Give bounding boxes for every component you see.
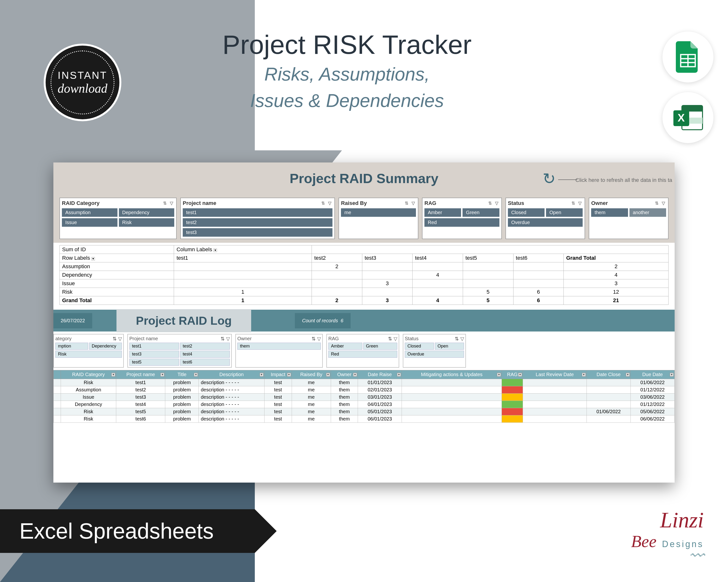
- column-header[interactable]: Description▼: [199, 370, 264, 379]
- slicer-item[interactable]: Closed: [508, 208, 545, 217]
- table-row[interactable]: Assumptiontest2problemdescription - - - …: [54, 386, 675, 394]
- slicer-raised[interactable]: Raised By⇅ ▽me: [339, 198, 418, 239]
- footer-label: Excel Spreadsheets: [19, 519, 213, 544]
- log-header: 26/07/2022 Project RAID Log Count of rec…: [53, 310, 675, 332]
- column-header[interactable]: Owner▼: [331, 370, 358, 379]
- filter-dropdown-icon[interactable]: ▼: [260, 373, 263, 377]
- column-header[interactable]: Title▼: [165, 370, 199, 379]
- log-date: 26/07/2022: [53, 313, 92, 328]
- slicer-item[interactable]: test4: [180, 351, 230, 358]
- slicer-item[interactable]: Dependency: [119, 208, 175, 217]
- filter-dropdown-icon[interactable]: ▼: [626, 373, 630, 377]
- filter-dropdown-icon[interactable]: ▼: [353, 373, 357, 377]
- summary-slicers: RAID Category⇅ ▽AssumptionDependencyIssu…: [53, 194, 675, 243]
- slicer-item[interactable]: mption: [55, 343, 88, 350]
- slicer-item[interactable]: another: [629, 208, 666, 217]
- slicer-item[interactable]: test3: [129, 351, 179, 358]
- slicer-item[interactable]: Open: [546, 208, 583, 217]
- rag-cell: [502, 415, 523, 423]
- column-header[interactable]: Date Close▼: [587, 370, 630, 379]
- slicer-item[interactable]: Assumption: [62, 208, 118, 217]
- slicer-item[interactable]: test5: [129, 359, 179, 366]
- slicer-item[interactable]: Overdue: [508, 218, 583, 227]
- column-header[interactable]: RAG▼: [502, 370, 523, 379]
- refresh-icon[interactable]: ↻: [543, 170, 556, 188]
- log-title: Project RAID Log: [116, 309, 251, 332]
- column-header[interactable]: Impact▼: [264, 370, 292, 379]
- filter-dropdown-icon[interactable]: ▼: [497, 373, 501, 377]
- log-slicer-rag[interactable]: RAG⇅ ▽AmberGreenRed: [327, 334, 399, 368]
- slicer-controls-icon[interactable]: ⇅ ▽: [312, 336, 321, 342]
- filter-dropdown-icon[interactable]: ▼: [111, 373, 115, 377]
- log-slicer-proj[interactable]: Project name⇅ ▽test1test2test3test4test5…: [127, 334, 232, 368]
- slicer-item[interactable]: test3: [183, 228, 333, 237]
- slicer-item[interactable]: Amber: [424, 208, 461, 217]
- filter-dropdown-icon[interactable]: ▼: [287, 373, 291, 377]
- column-header[interactable]: Last Review Date▼: [523, 370, 587, 379]
- slicer-controls-icon[interactable]: ⇅ ▽: [405, 200, 416, 206]
- slicer-item[interactable]: Amber: [328, 343, 362, 350]
- table-row[interactable]: Dependencytest4problemdescription - - - …: [54, 401, 675, 408]
- slicer-controls-icon[interactable]: ⇅ ▽: [655, 200, 666, 206]
- slicer-item[interactable]: test2: [183, 218, 333, 227]
- column-header[interactable]: RAID Category▼: [61, 370, 116, 379]
- slicer-item[interactable]: Overdue: [405, 351, 464, 358]
- slicer-controls-icon[interactable]: ⇅ ▽: [321, 200, 333, 206]
- subtitle-2: Issues & Dependencies: [165, 89, 529, 113]
- filter-dropdown-icon[interactable]: ▼: [582, 373, 586, 377]
- slicer-item[interactable]: Dependency: [89, 343, 122, 350]
- log-slicer-owner[interactable]: Owner⇅ ▽them: [235, 334, 323, 368]
- column-header[interactable]: Project name▼: [116, 370, 165, 379]
- slicer-item[interactable]: them: [591, 208, 628, 217]
- slicer-item[interactable]: Issue: [62, 218, 118, 227]
- slicer-proj[interactable]: Project name⇅ ▽test1test2test3: [180, 198, 335, 239]
- pivot-table: Sum of IDColumn Labels▼Row Labels▼test1t…: [53, 243, 675, 310]
- slicer-controls-icon[interactable]: ⇅ ▽: [455, 336, 464, 342]
- filter-dropdown-icon[interactable]: ▼: [670, 373, 674, 377]
- log-count: Count of records 6: [295, 313, 350, 328]
- column-header[interactable]: Date Raise▼: [358, 370, 401, 379]
- slicer-item[interactable]: Green: [463, 208, 499, 217]
- filter-dropdown-icon[interactable]: ▼: [397, 373, 401, 377]
- slicer-item[interactable]: Green: [363, 343, 397, 350]
- slicer-cat[interactable]: RAID Category⇅ ▽AssumptionDependencyIssu…: [59, 198, 177, 239]
- slicer-owner[interactable]: Owner⇅ ▽themanother: [589, 198, 669, 239]
- slicer-status[interactable]: Status⇅ ▽ClosedOpenOverdue: [505, 198, 585, 239]
- column-header[interactable]: Mitigating actions & Updates▼: [402, 370, 502, 379]
- slicer-item[interactable]: Closed: [405, 343, 434, 350]
- table-row[interactable]: Issuetest3problemdescription - - - - -te…: [54, 394, 675, 401]
- log-slicer-cat[interactable]: ategory⇅ ▽mptionDependencyRisk: [53, 334, 124, 368]
- filter-dropdown-icon[interactable]: ▼: [326, 373, 330, 377]
- log-slicers: ategory⇅ ▽mptionDependencyRiskProject na…: [53, 332, 675, 370]
- slicer-item[interactable]: test6: [180, 359, 230, 366]
- slicer-controls-icon[interactable]: ⇅ ▽: [163, 200, 174, 206]
- filter-dropdown-icon[interactable]: ▼: [194, 373, 198, 377]
- table-row[interactable]: Risktest6problemdescription - - - - -tes…: [54, 415, 675, 423]
- slicer-item[interactable]: test1: [129, 343, 179, 350]
- slicer-item[interactable]: them: [237, 343, 321, 350]
- slicer-controls-icon[interactable]: ⇅ ▽: [220, 336, 230, 342]
- slicer-item[interactable]: test1: [183, 208, 333, 217]
- slicer-rag[interactable]: RAG⇅ ▽AmberGreenRed: [422, 198, 502, 239]
- slicer-item[interactable]: test2: [180, 343, 230, 350]
- table-row[interactable]: Risktest1problemdescription - - - - -tes…: [54, 379, 675, 386]
- slicer-item[interactable]: Red: [424, 218, 499, 227]
- subtitle-1: Risks, Assumptions,: [165, 62, 529, 86]
- log-slicer-status[interactable]: Status⇅ ▽ClosedOpenOverdue: [403, 334, 466, 368]
- slicer-item[interactable]: me: [341, 208, 416, 217]
- slicer-controls-icon[interactable]: ⇅ ▽: [112, 336, 122, 342]
- slicer-item[interactable]: Risk: [119, 218, 175, 227]
- table-row[interactable]: Risktest5problemdescription - - - - -tes…: [54, 408, 675, 415]
- page-title: Project RISK Tracker: [165, 29, 529, 60]
- slicer-item[interactable]: Red: [328, 351, 397, 358]
- slicer-item[interactable]: Open: [435, 343, 464, 350]
- column-header[interactable]: Due Date▼: [630, 370, 674, 379]
- filter-dropdown-icon[interactable]: ▼: [160, 373, 164, 377]
- slicer-controls-icon[interactable]: ⇅ ▽: [571, 200, 583, 206]
- slicer-controls-icon[interactable]: ⇅ ▽: [388, 336, 397, 342]
- slicer-item[interactable]: Risk: [55, 351, 122, 358]
- column-header[interactable]: Raised By▼: [292, 370, 331, 379]
- filter-dropdown-icon[interactable]: ▼: [518, 373, 522, 377]
- instant-download-badge: INSTANT download: [44, 44, 121, 121]
- slicer-controls-icon[interactable]: ⇅ ▽: [488, 200, 499, 206]
